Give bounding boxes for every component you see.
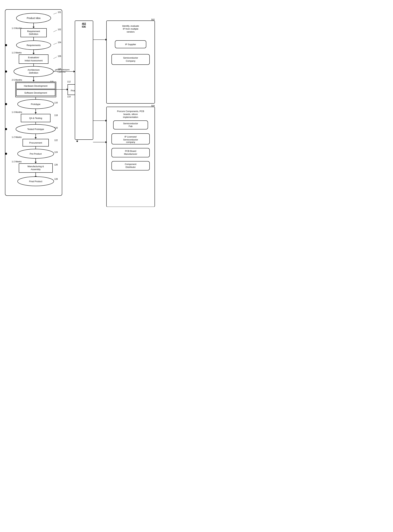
- svg-text:Procure Components, PCB: Procure Components, PCB: [117, 110, 144, 113]
- svg-rect-99: [19, 163, 53, 172]
- svg-point-35: [5, 70, 7, 73]
- svg-text:Tools: Tools: [80, 115, 85, 118]
- svg-point-82: [5, 128, 7, 130]
- svg-rect-142: [112, 148, 150, 157]
- svg-text:Prototype: Prototype: [31, 103, 40, 105]
- svg-text:128: 128: [54, 178, 58, 180]
- svg-point-17: [16, 41, 51, 50]
- svg-point-32: [14, 66, 54, 77]
- svg-rect-45: [15, 82, 56, 97]
- svg-marker-14: [33, 40, 35, 42]
- svg-marker-116: [105, 39, 107, 41]
- svg-text:virtual prototypes: virtual prototypes: [55, 69, 70, 71]
- svg-marker-84: [35, 137, 37, 139]
- svg-text:Evaluation/: Evaluation/: [28, 56, 39, 59]
- svg-text:Manufacturer: Manufacturer: [124, 153, 137, 155]
- svg-rect-126: [112, 54, 150, 65]
- svg-rect-145: [112, 161, 150, 170]
- svg-point-19: [5, 44, 7, 46]
- svg-text:Manufacturing &: Manufacturing &: [28, 165, 44, 168]
- svg-text:QA & Testing: QA & Testing: [29, 117, 42, 119]
- svg-marker-51: [67, 89, 68, 90]
- svg-point-105: [18, 177, 54, 186]
- svg-marker-118: [105, 120, 107, 122]
- svg-text:Services: Services: [79, 118, 87, 120]
- svg-rect-69: [21, 114, 50, 122]
- svg-text:1-2 Weeks: 1-2 Weeks: [12, 160, 22, 163]
- svg-text:101: 101: [58, 11, 61, 13]
- svg-text:Semiconductor: Semiconductor: [123, 57, 138, 59]
- svg-text:122: 122: [54, 139, 58, 142]
- svg-text:502: 502: [151, 19, 155, 21]
- svg-rect-112: [75, 21, 93, 140]
- svg-text:IDE: IDE: [82, 25, 86, 28]
- svg-text:Final Product: Final Product: [29, 180, 42, 183]
- svg-text:Architecture: Architecture: [28, 69, 39, 71]
- svg-text:402: 402: [82, 22, 86, 25]
- svg-line-4: [54, 13, 57, 14]
- svg-text:Tested Prototype: Tested Prototype: [27, 128, 44, 130]
- svg-text:Technology: Technology: [77, 123, 89, 126]
- svg-rect-124: [115, 40, 146, 48]
- svg-text:Requirement: Requirement: [27, 30, 40, 33]
- svg-line-24: [54, 57, 57, 59]
- svg-text:Hardware Development: Hardware Development: [24, 85, 48, 87]
- svg-rect-137: [112, 133, 150, 144]
- svg-point-1: [16, 13, 51, 23]
- svg-text:120: 120: [54, 127, 58, 129]
- svg-text:IP Supplier: IP Supplier: [125, 43, 136, 46]
- svg-rect-25: [19, 55, 48, 64]
- svg-marker-29: [33, 67, 35, 69]
- svg-line-31: [54, 70, 57, 72]
- svg-text:102: 102: [58, 28, 61, 31]
- svg-marker-149: [105, 141, 107, 143]
- svg-text:Procurement: Procurement: [71, 89, 84, 92]
- svg-text:560: 560: [87, 83, 90, 85]
- svg-text:1-2 Weeks: 1-2 Weeks: [12, 52, 22, 54]
- svg-marker-90: [35, 150, 37, 151]
- svg-text:Semiconductor: Semiconductor: [123, 122, 138, 125]
- svg-point-92: [18, 149, 54, 158]
- svg-text:104: 104: [58, 41, 61, 44]
- svg-marker-41: [33, 80, 35, 82]
- svg-text:Distributor: Distributor: [125, 166, 136, 168]
- svg-marker-37: [74, 70, 75, 73]
- svg-text:Initial Assessment: Initial Assessment: [25, 59, 43, 62]
- svg-marker-6: [33, 27, 35, 28]
- svg-text:Assembly: Assembly: [31, 168, 41, 171]
- connections-svg: Product Idea 101 1-3 Months 102 Requirem…: [0, 0, 164, 207]
- svg-text:504: 504: [151, 105, 155, 107]
- svg-text:108: 108: [58, 68, 61, 70]
- svg-marker-103: [35, 176, 37, 177]
- svg-text:Company: Company: [126, 60, 135, 62]
- svg-text:Product Idea: Product Idea: [27, 17, 40, 20]
- svg-text:company: company: [126, 141, 135, 143]
- svg-rect-10: [21, 29, 47, 37]
- svg-text:1-3 Months: 1-3 Months: [12, 27, 22, 30]
- svg-text:Definition: Definition: [29, 33, 38, 35]
- svg-rect-52: [68, 84, 87, 95]
- svg-text:Fab: Fab: [129, 125, 133, 128]
- svg-text:+ parts list: + parts list: [57, 71, 65, 73]
- svg-text:116: 116: [54, 102, 58, 104]
- svg-text:114: 114: [67, 95, 71, 98]
- svg-text:126: 126: [54, 163, 58, 166]
- svg-marker-72: [76, 141, 78, 142]
- svg-point-62: [18, 99, 54, 109]
- svg-rect-119: [107, 21, 155, 103]
- svg-marker-21: [33, 53, 35, 54]
- svg-text:Component: Component: [125, 163, 137, 165]
- svg-rect-0: [5, 10, 62, 196]
- svg-marker-78: [35, 125, 37, 127]
- svg-text:vendors: vendors: [127, 30, 135, 33]
- svg-rect-129: [107, 107, 155, 207]
- svg-text:1-2 Weeks: 1-2 Weeks: [12, 136, 22, 138]
- svg-text:IP Licensee/: IP Licensee/: [124, 135, 137, 138]
- svg-text:On-Line: On-Line: [78, 121, 86, 123]
- svg-text:Software Development: Software Development: [24, 92, 47, 94]
- svg-point-94: [5, 153, 7, 155]
- svg-text:118: 118: [54, 114, 58, 117]
- svg-marker-61: [76, 105, 78, 106]
- svg-rect-48: [16, 90, 55, 96]
- svg-rect-87: [23, 139, 49, 146]
